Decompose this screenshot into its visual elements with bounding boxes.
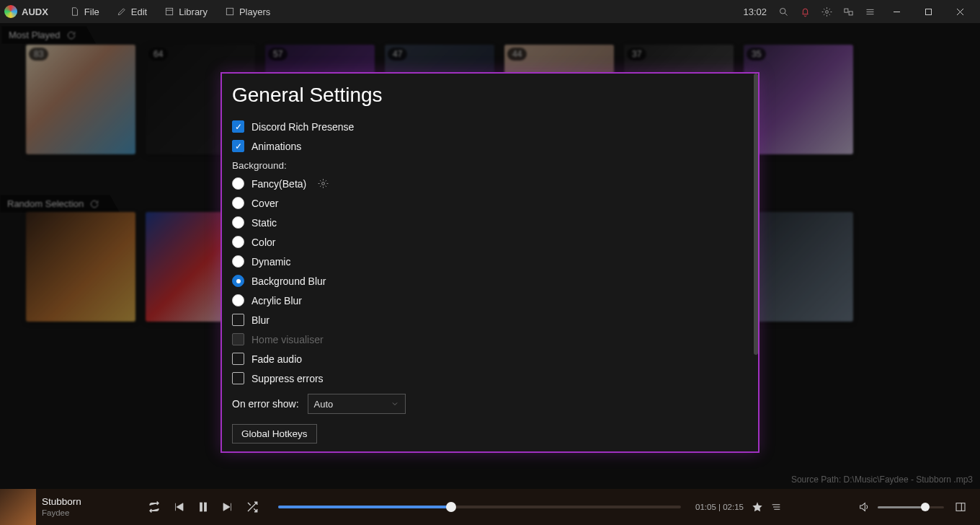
background-label: Background:	[232, 156, 748, 174]
hamburger-icon	[865, 6, 876, 17]
checkbox-icon	[232, 314, 244, 326]
album-thumb[interactable]	[26, 212, 135, 322]
library-icon	[164, 6, 174, 17]
svg-point-2	[780, 8, 785, 14]
next-button[interactable]	[219, 498, 236, 516]
play-count: 35	[747, 48, 766, 61]
seek-bar[interactable]	[278, 506, 681, 508]
devices-button[interactable]	[837, 0, 859, 23]
app-logo-icon	[4, 5, 17, 18]
modal-title: General Settings	[232, 84, 748, 107]
radio-icon	[232, 255, 244, 268]
album-thumb[interactable]: 83	[26, 45, 135, 154]
checkbox-label: Fade audio	[251, 353, 302, 365]
on-error-select[interactable]: Auto	[308, 394, 406, 414]
radio-bgblur[interactable]: Background Blur	[232, 271, 748, 291]
radio-color[interactable]: Color	[232, 232, 748, 252]
repeat-button[interactable]	[146, 498, 163, 516]
hamburger-button[interactable]	[859, 0, 881, 23]
refresh-icon	[89, 199, 99, 209]
svg-rect-9	[205, 503, 207, 511]
favorite-button[interactable]	[748, 501, 767, 513]
menu-edit[interactable]: Edit	[108, 0, 156, 23]
checkbox-icon	[232, 120, 244, 133]
section-most-played[interactable]: Most Played	[1, 26, 97, 44]
menubar: AUDX File Edit Library Players 13:02	[0, 0, 980, 23]
radio-cover[interactable]: Cover	[232, 193, 748, 213]
svg-point-3	[825, 10, 828, 13]
checkbox-icon	[232, 140, 244, 152]
volume-button[interactable]	[855, 501, 873, 513]
checkbox-suppress-errors[interactable]: Suppress errors	[232, 369, 748, 388]
checkbox-animations[interactable]: Animations	[232, 136, 748, 156]
menu-file[interactable]: File	[61, 0, 108, 23]
layout-button[interactable]	[951, 501, 970, 513]
bell-icon	[800, 6, 811, 17]
svg-rect-6	[925, 9, 931, 14]
queue-icon	[770, 501, 782, 513]
checkbox-icon	[232, 353, 244, 365]
play-pause-button[interactable]	[195, 498, 212, 516]
previous-button[interactable]	[170, 498, 187, 516]
svg-rect-8	[200, 503, 202, 511]
now-playing-meta: Stubborn Faydee	[36, 495, 138, 519]
checkbox-label: Home visualiser	[251, 334, 324, 345]
fancy-settings-button[interactable]	[318, 178, 329, 189]
pencil-icon	[117, 6, 127, 17]
radio-label: Cover	[251, 198, 278, 209]
search-icon	[778, 6, 789, 17]
album-thumb[interactable]	[744, 212, 853, 322]
speaker-icon	[858, 501, 870, 513]
radio-icon	[232, 177, 244, 190]
close-icon	[956, 8, 964, 16]
checkbox-blur[interactable]: Blur	[232, 310, 748, 330]
window-close[interactable]	[944, 0, 976, 23]
checkbox-discord[interactable]: Discord Rich Presense	[232, 117, 748, 136]
radio-dynamic[interactable]: Dynamic	[232, 252, 748, 271]
menu-library[interactable]: Library	[156, 0, 216, 23]
svg-rect-1	[226, 8, 233, 14]
checkbox-label: Discord Rich Presense	[251, 121, 354, 133]
queue-button[interactable]	[767, 501, 785, 513]
menu-library-label: Library	[179, 6, 208, 17]
search-button[interactable]	[772, 0, 794, 23]
menu-players[interactable]: Players	[216, 0, 279, 23]
radio-fancy[interactable]: Fancy(Beta)	[232, 174, 748, 193]
album-thumb[interactable]: 35	[744, 45, 853, 154]
radio-label: Static	[251, 217, 277, 229]
svg-rect-4	[844, 9, 847, 12]
checkbox-fade-audio[interactable]: Fade audio	[232, 349, 748, 369]
refresh-icon	[66, 30, 76, 40]
section-label: Random Selection	[7, 198, 84, 209]
svg-point-7	[322, 182, 325, 185]
minimize-icon	[893, 8, 901, 16]
seek-knob[interactable]	[446, 502, 456, 512]
checkbox-label: Blur	[251, 314, 270, 326]
section-random[interactable]: Random Selection	[0, 195, 120, 213]
radio-label: Color	[251, 237, 275, 248]
now-playing-art[interactable]	[0, 489, 36, 525]
notifications-button[interactable]	[794, 0, 816, 23]
next-icon	[221, 500, 234, 513]
player-bar: Stubborn Faydee 01:05 | 02:15	[0, 489, 980, 525]
radio-label: Dynamic	[251, 256, 290, 268]
radio-static[interactable]: Static	[232, 213, 748, 232]
global-hotkeys-button[interactable]: Global Hotkeys	[232, 424, 317, 444]
shuffle-button[interactable]	[244, 498, 261, 516]
previous-icon	[172, 500, 185, 513]
volume-knob[interactable]	[921, 503, 930, 511]
radio-label: Acrylic Blur	[251, 295, 302, 306]
window-minimize[interactable]	[881, 0, 912, 23]
window-maximize[interactable]	[912, 0, 944, 23]
repeat-icon	[148, 500, 161, 513]
scrollbar[interactable]	[754, 74, 758, 355]
clock: 13:02	[743, 6, 767, 17]
volume-slider[interactable]	[878, 506, 944, 508]
on-error-label: On error show:	[232, 398, 299, 410]
star-icon	[752, 501, 763, 513]
settings-button[interactable]	[816, 0, 837, 23]
radio-acrylic[interactable]: Acrylic Blur	[232, 291, 748, 310]
radio-icon	[232, 294, 244, 306]
time-display: 01:05 | 02:15	[691, 503, 748, 511]
play-count: 64	[148, 48, 168, 61]
